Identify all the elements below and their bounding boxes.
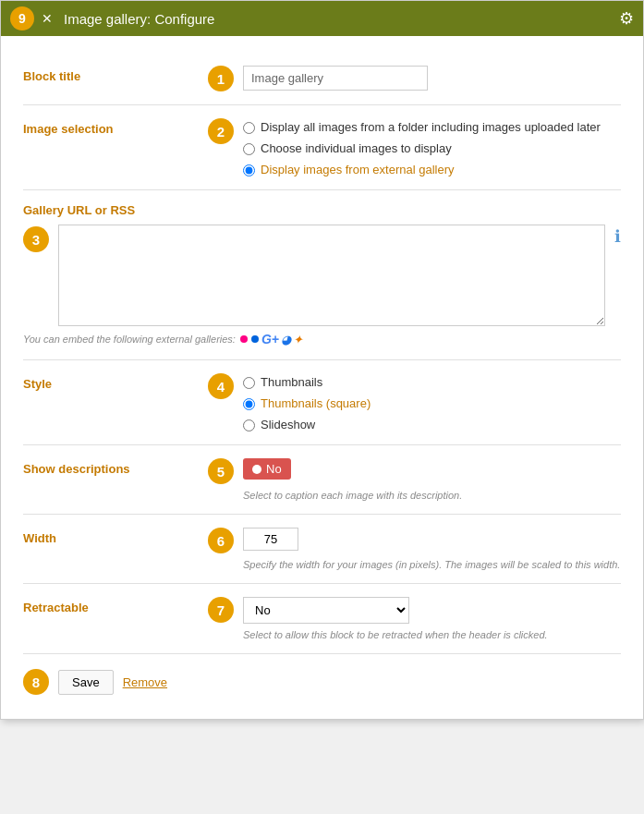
option-individual[interactable]: Choose individual images to display bbox=[243, 141, 601, 155]
gallery-url-body: 3 ℹ bbox=[23, 225, 621, 326]
gear-icon[interactable]: ⚙ bbox=[619, 8, 634, 29]
radio-thumbnails-square[interactable] bbox=[243, 398, 255, 410]
show-descriptions-label: Show descriptions bbox=[23, 458, 208, 476]
toggle-dot bbox=[252, 465, 261, 474]
style-thumbnails-label: Thumbnails bbox=[261, 375, 322, 389]
toggle-label: No bbox=[266, 462, 282, 476]
radio-slideshow[interactable] bbox=[243, 419, 255, 431]
save-button[interactable]: Save bbox=[58, 670, 114, 695]
step-badge-2: 2 bbox=[208, 118, 234, 144]
block-title-right: 1 bbox=[208, 66, 621, 91]
gallery-url-textarea[interactable] bbox=[58, 225, 605, 326]
block-title-input[interactable] bbox=[243, 66, 428, 91]
embed-icons: G+ ◕ ✦ bbox=[239, 332, 303, 346]
show-descriptions-row: Show descriptions 5 No Select to caption… bbox=[23, 445, 621, 515]
block-title-badge-row: 1 bbox=[208, 66, 621, 91]
option-external[interactable]: Display images from external gallery bbox=[243, 163, 601, 176]
option-individual-label: Choose individual images to display bbox=[261, 141, 452, 155]
style-slideshow[interactable]: Slideshow bbox=[243, 418, 371, 431]
image-selection-right: 2 Display all images from a folder inclu… bbox=[208, 118, 621, 176]
radio-individual[interactable] bbox=[243, 143, 255, 155]
show-descriptions-toggle[interactable]: No bbox=[243, 458, 291, 480]
style-thumbnails-square[interactable]: Thumbnails (square) bbox=[243, 396, 371, 410]
style-thumbnails-square-label: Thumbnails (square) bbox=[261, 396, 371, 410]
image-selection-badge-row: 2 Display all images from a folder inclu… bbox=[208, 118, 621, 176]
radio-external[interactable] bbox=[243, 164, 255, 176]
width-row: Width 6 Specify the width for your image… bbox=[23, 515, 621, 584]
retractable-hint: Select to allow this block to be retract… bbox=[243, 629, 621, 640]
image-selection-options: Display all images from a folder includi… bbox=[243, 118, 601, 176]
step-badge-4: 4 bbox=[208, 373, 234, 399]
windows-icon: ✦ bbox=[293, 333, 303, 346]
title-bar: 9 ✕ Image gallery: Configure ⚙ bbox=[1, 1, 643, 36]
style-options: Thumbnails Thumbnails (square) Slideshow bbox=[243, 373, 371, 431]
retractable-select[interactable]: No Yes bbox=[243, 597, 409, 624]
option-external-label: Display images from external gallery bbox=[261, 163, 455, 176]
embed-note-text: You can embed the following external gal… bbox=[23, 334, 236, 345]
retractable-badge-row: 7 No Yes bbox=[208, 597, 621, 624]
width-label: Width bbox=[23, 528, 208, 545]
style-slideshow-label: Slideshow bbox=[261, 418, 315, 431]
style-badge-row: 4 Thumbnails Thumbnails (square) Slid bbox=[208, 373, 621, 431]
width-input[interactable] bbox=[243, 528, 298, 551]
remove-button[interactable]: Remove bbox=[123, 675, 167, 689]
step-badge-5: 5 bbox=[208, 458, 234, 484]
embed-note: You can embed the following external gal… bbox=[23, 332, 621, 346]
step-badge-6: 6 bbox=[208, 528, 234, 553]
retractable-right: 7 No Yes Select to allow this block to b… bbox=[208, 597, 621, 640]
retractable-label: Retractable bbox=[23, 597, 208, 614]
block-title-row: Block title 1 bbox=[23, 53, 621, 105]
step-badge-9: 9 bbox=[10, 6, 34, 30]
flickr-icon-pink bbox=[240, 335, 248, 343]
gallery-url-textarea-wrap bbox=[58, 225, 605, 326]
step-badge-1: 1 bbox=[208, 66, 234, 91]
radio-folder[interactable] bbox=[243, 122, 255, 134]
style-label: Style bbox=[23, 373, 208, 391]
radio-thumbnails[interactable] bbox=[243, 377, 255, 389]
option-folder-label: Display all images from a folder includi… bbox=[261, 120, 601, 134]
show-descriptions-right: 5 No Select to caption each image with i… bbox=[208, 458, 621, 501]
step-badge-7: 7 bbox=[208, 597, 234, 623]
form-content: Block title 1 Image selection 2 Display … bbox=[1, 36, 643, 719]
width-hint: Specify the width for your images (in pi… bbox=[243, 559, 621, 570]
width-badge-row: 6 bbox=[208, 528, 621, 553]
info-icon[interactable]: ℹ bbox=[614, 226, 621, 247]
option-folder[interactable]: Display all images from a folder includi… bbox=[243, 120, 601, 134]
configure-window: 9 ✕ Image gallery: Configure ⚙ Block tit… bbox=[0, 0, 644, 720]
image-selection-label: Image selection bbox=[23, 118, 208, 136]
gallery-url-label: Gallery URL or RSS bbox=[23, 203, 621, 217]
picasa-icon: ◕ bbox=[281, 333, 291, 346]
image-selection-row: Image selection 2 Display all images fro… bbox=[23, 105, 621, 190]
google-icon: G+ bbox=[261, 332, 279, 346]
footer-row: 8 Save Remove bbox=[23, 654, 621, 702]
style-right: 4 Thumbnails Thumbnails (square) Slid bbox=[208, 373, 621, 431]
style-row: Style 4 Thumbnails Thumbnails (square) bbox=[23, 360, 621, 445]
step-badge-3: 3 bbox=[23, 226, 49, 252]
close-button[interactable]: ✕ bbox=[42, 11, 53, 26]
retractable-row: Retractable 7 No Yes Select to allow thi… bbox=[23, 584, 621, 654]
gallery-url-section: Gallery URL or RSS 3 ℹ You can embed the… bbox=[23, 190, 621, 360]
flickr-icon-blue bbox=[251, 335, 259, 343]
window-title: Image gallery: Configure bbox=[64, 11, 612, 27]
show-descriptions-hint: Select to caption each image with its de… bbox=[243, 490, 621, 501]
show-descriptions-badge-row: 5 No bbox=[208, 458, 621, 484]
block-title-label: Block title bbox=[23, 66, 208, 83]
width-right: 6 Specify the width for your images (in … bbox=[208, 528, 621, 570]
step-badge-8: 8 bbox=[23, 669, 49, 695]
style-thumbnails[interactable]: Thumbnails bbox=[243, 375, 371, 389]
